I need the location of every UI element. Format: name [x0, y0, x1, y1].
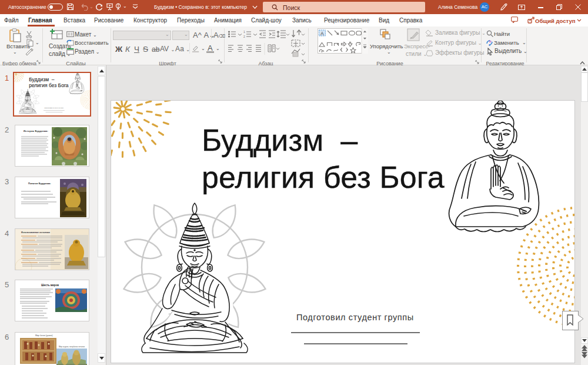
svg-text:2: 2	[243, 35, 245, 38]
svg-text:1: 1	[243, 30, 245, 34]
svg-text:А: А	[320, 31, 324, 36]
